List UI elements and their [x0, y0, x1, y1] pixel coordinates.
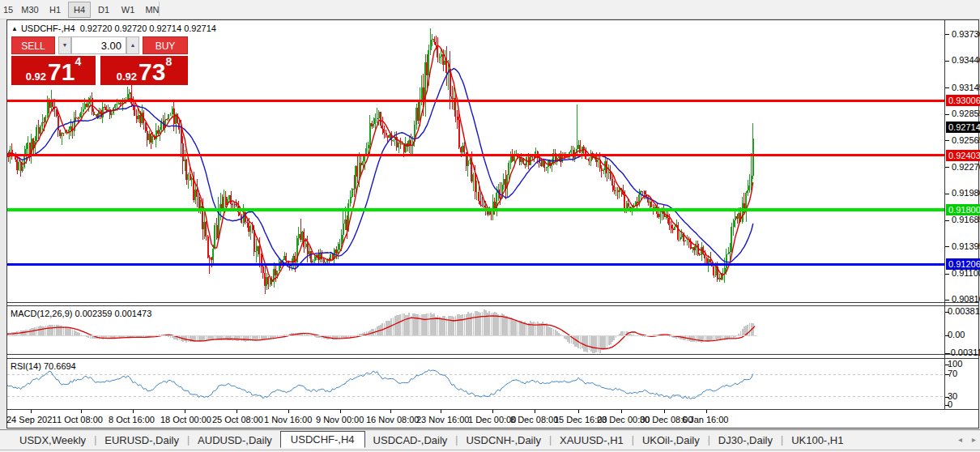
buy-price-pip: 8 [165, 57, 172, 66]
chart-tab-uk100-h1[interactable]: UK100-,H1 [783, 433, 851, 448]
sell-price-tile[interactable]: 0.92 71 4 [11, 56, 96, 85]
macd-label: MACD(12,26,9) 0.002359 0.001473 [11, 309, 151, 318]
tab-scroll-right-icon[interactable]: ▸ [972, 435, 976, 444]
buy-price-tile[interactable]: 0.92 73 8 [100, 56, 188, 85]
sell-price-prefix: 0.92 [26, 70, 46, 83]
tab-scroll-left-icon[interactable]: ◂ [958, 435, 962, 444]
level-price-badge: 0.93006 [946, 95, 980, 106]
chart-tab-dj30-daily[interactable]: DJ30-,Daily [710, 433, 781, 448]
rsi-label: RSI(14) 70.6694 [11, 361, 76, 371]
current-price-badge: 0.92714 [946, 122, 980, 133]
terminal-window: 15M30H1H4D1W1MN ▲USDCHF-,H4 0.92720 0.92… [0, 0, 980, 452]
price-tick: 0.93440 [952, 55, 980, 65]
level-price-badge: 0.91206 [946, 258, 980, 270]
chart-tab-bar: USDX,Weekly|EURUSD-,Daily|AUDUSD-,DailyU… [0, 429, 980, 452]
macd-tick: 0.00 [948, 330, 965, 339]
one-click-trade-panel: SELL ▼ ▲ BUY 0.92 71 4 0.92 73 8 [10, 36, 190, 85]
time-tick: 9 Nov 00:00 [316, 415, 364, 424]
chart-tab-usdcnh-daily[interactable]: USDCNH-,Daily [458, 433, 548, 448]
rsi-tick: 0 [948, 399, 952, 409]
rsi-tick: 100 [948, 359, 962, 369]
chart-symbol-period: USDCHF-,H4 [21, 23, 75, 33]
time-tick: 24 Sep 2021 [6, 415, 57, 424]
collapse-arrow-icon[interactable]: ▲ [11, 25, 18, 32]
price-tick: 0.91685 [952, 215, 980, 224]
buy-button[interactable]: BUY [143, 36, 188, 54]
chart-title: ▲USDCHF-,H4 0.92720 0.92720 0.92714 0.92… [11, 23, 216, 33]
macd-name: MACD(12,26,9) [11, 309, 72, 318]
tabbar-bottom-line [0, 450, 980, 450]
time-tick: 1 Dec 00:00 [468, 415, 516, 424]
volume-increase-button[interactable]: ▲ [126, 36, 139, 54]
rsi-tick: 70 [948, 369, 957, 378]
macd-tick: 0.003811 [948, 306, 980, 316]
rsi-name: RSI(14) [11, 361, 41, 371]
time-tick: 8 Oct 16:00 [109, 415, 155, 424]
time-tick: 1 Oct 08:00 [57, 415, 103, 424]
buy-price-prefix: 0.92 [117, 70, 137, 83]
time-tick: 23 Nov 16:00 [416, 415, 469, 424]
sell-price-pip: 4 [75, 57, 81, 66]
volume-decrease-button[interactable]: ▼ [58, 36, 71, 54]
time-tick: 16 Nov 08:00 [366, 415, 419, 424]
price-tick: 0.91980 [952, 188, 980, 198]
price-tick: 0.90810 [952, 294, 980, 304]
price-tick: 0.93730 [952, 29, 980, 39]
price-tick: 0.91395 [952, 241, 980, 251]
level-price-badge: 0.92403 [946, 150, 980, 161]
time-tick: 18 Oct 00:00 [160, 415, 211, 424]
chart-tab-xauusd-h1[interactable]: XAUUSD-,H1 [552, 433, 632, 448]
chart-tab-ukoil-daily[interactable]: UKOil-,Daily [634, 433, 708, 448]
chart-tab-usdx-weekly[interactable]: USDX,Weekly [11, 433, 94, 448]
time-tick: 1 Nov 16:00 [264, 415, 312, 424]
price-tick: 0.92270 [952, 162, 980, 172]
chart-tab-usdchf-h4[interactable]: USDCHF-,H4 [280, 431, 365, 448]
time-tick: 25 Oct 08:00 [212, 415, 263, 424]
time-tick: 6 Jan 16:00 [682, 415, 729, 424]
macd-values: 0.002359 0.001473 [75, 309, 151, 318]
sell-button[interactable]: SELL [11, 36, 55, 54]
buy-price-main: 73 [138, 62, 165, 83]
sell-price-main: 71 [48, 62, 75, 83]
price-tick: 0.92855 [952, 109, 980, 118]
price-tick: 0.93145 [952, 83, 980, 92]
volume-input[interactable] [71, 36, 126, 54]
chart-tab-audusd-daily[interactable]: AUDUSD-,Daily [190, 433, 280, 448]
chart-tab-usdcad-daily[interactable]: USDCAD-,Daily [365, 433, 456, 448]
rsi-value: 70.6694 [44, 361, 76, 371]
price-tick: 0.92565 [952, 135, 980, 145]
chart-ohlc-values: 0.92720 0.92720 0.92714 0.92714 [80, 23, 216, 33]
time-tick: 8 Dec 08:00 [510, 415, 558, 424]
level-price-badge: 0.91800 [946, 204, 980, 215]
macd-tick: -0.00311 [948, 348, 980, 357]
chart-tab-eurusd-daily[interactable]: EURUSD-,Daily [96, 433, 187, 448]
